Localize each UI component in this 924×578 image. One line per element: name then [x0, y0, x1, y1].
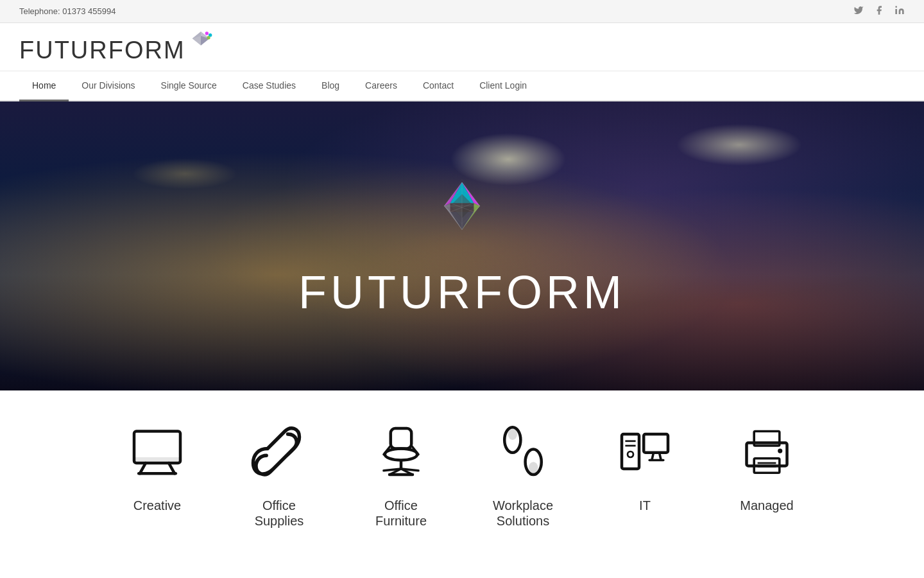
svg-point-0	[895, 6, 897, 8]
hero-gem-icon	[424, 173, 501, 253]
svg-point-34	[385, 449, 417, 460]
nav-item-case-studies[interactable]: Case Studies	[230, 71, 309, 101]
svg-rect-33	[391, 428, 411, 449]
office-furniture-label: OfficeFurniture	[375, 498, 427, 529]
svg-point-60	[778, 449, 782, 453]
svg-line-30	[169, 463, 175, 473]
it-icon	[616, 423, 674, 487]
phone-number: Telephone: 01373 455994	[19, 6, 116, 16]
service-office-furniture[interactable]: OfficeFurniture	[340, 423, 462, 529]
service-workplace[interactable]: WorkplaceSolutions	[462, 423, 584, 529]
nav-item-client-login[interactable]: Client Login	[466, 71, 540, 101]
office-supplies-icon	[250, 423, 308, 487]
nav-item-home[interactable]: Home	[19, 71, 69, 101]
nav-item-contact[interactable]: Contact	[410, 71, 466, 101]
svg-line-29	[140, 463, 146, 473]
service-office-supplies[interactable]: OfficeSupplies	[218, 423, 340, 529]
managed-label: Managed	[740, 498, 793, 513]
hero-content: FUTURFORM	[298, 173, 626, 319]
creative-icon	[128, 423, 186, 487]
facebook-link[interactable]	[874, 5, 884, 17]
svg-point-50	[628, 451, 633, 457]
logo-gem-icon	[188, 31, 214, 59]
top-bar: Telephone: 01373 455994	[0, 0, 924, 23]
header: FUTURFORM	[0, 23, 924, 71]
nav-item-single-source[interactable]: Single Source	[148, 71, 230, 101]
office-furniture-icon	[372, 423, 430, 487]
logo-text: FUTURFORM	[19, 37, 185, 64]
svg-point-46	[529, 462, 538, 473]
office-supplies-label: OfficeSupplies	[255, 498, 304, 529]
linkedin-link[interactable]	[894, 5, 905, 17]
main-nav: Home Our Divisions Single Source Case St…	[0, 71, 924, 101]
twitter-link[interactable]	[853, 5, 864, 17]
svg-point-44	[508, 428, 517, 440]
svg-rect-32	[134, 457, 180, 463]
workplace-icon	[494, 423, 552, 487]
svg-point-7	[207, 36, 210, 39]
nav-item-careers[interactable]: Careers	[352, 71, 410, 101]
creative-label: Creative	[133, 498, 181, 513]
it-label: IT	[639, 498, 651, 513]
services-section: Creative OfficeSupplies	[0, 390, 924, 541]
managed-icon	[738, 423, 796, 487]
svg-rect-51	[644, 434, 668, 453]
service-managed[interactable]: Managed	[706, 423, 828, 529]
social-links	[853, 5, 905, 17]
service-it[interactable]: IT	[584, 423, 706, 529]
hero-logo-text: FUTURFORM	[298, 266, 626, 319]
workplace-label: WorkplaceSolutions	[493, 498, 553, 529]
hero-section: FUTURFORM	[0, 101, 924, 390]
nav-item-blog[interactable]: Blog	[309, 71, 352, 101]
svg-point-5	[205, 31, 208, 35]
nav-item-our-divisions[interactable]: Our Divisions	[69, 71, 148, 101]
service-creative[interactable]: Creative	[96, 423, 218, 529]
logo[interactable]: FUTURFORM	[19, 36, 214, 64]
